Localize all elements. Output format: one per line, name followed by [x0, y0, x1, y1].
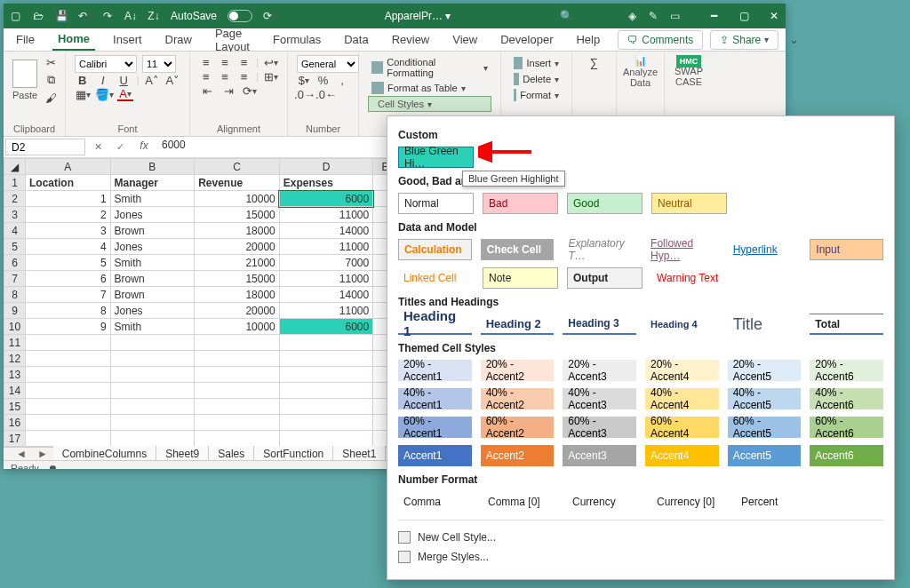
- row-header[interactable]: 9: [4, 303, 26, 319]
- cell[interactable]: 10000: [195, 191, 280, 207]
- style-followed-hyperlink[interactable]: Followed Hyp…: [645, 239, 719, 260]
- row-header[interactable]: 6: [4, 255, 26, 271]
- cell[interactable]: 7000: [279, 255, 372, 271]
- cell[interactable]: Jones: [110, 207, 195, 223]
- name-box[interactable]: [5, 139, 85, 155]
- style-accent1-20[interactable]: 20% - Accent1: [398, 360, 472, 381]
- style-heading-4[interactable]: Heading 4: [645, 314, 719, 335]
- wrap-text-icon[interactable]: ↩: [264, 55, 278, 69]
- style-accent2-100[interactable]: Accent2: [481, 445, 555, 466]
- style-input[interactable]: Input: [810, 239, 883, 260]
- cell[interactable]: Smith: [110, 319, 195, 335]
- borders-icon[interactable]: ▦: [75, 87, 91, 101]
- style-nf[interactable]: Percent: [736, 491, 811, 513]
- cell[interactable]: 6: [26, 271, 111, 287]
- cell[interactable]: 5: [26, 255, 111, 271]
- col-header-B[interactable]: B: [110, 159, 195, 175]
- tab-help[interactable]: Help: [571, 29, 605, 50]
- style-accent3-20[interactable]: 20% - Accent3: [563, 360, 636, 381]
- style-accent1-100[interactable]: Accent1: [398, 445, 472, 466]
- grow-font-icon[interactable]: A˄: [145, 73, 160, 87]
- cell[interactable]: Jones: [110, 239, 195, 255]
- analyze-data-button[interactable]: 📊Analyze Data: [623, 55, 658, 88]
- style-accent1-60[interactable]: 60% - Accent1: [398, 417, 472, 438]
- cell[interactable]: 15000: [195, 207, 280, 223]
- font-size-select[interactable]: 11: [142, 55, 176, 73]
- cancel-entry-icon[interactable]: ✕: [94, 141, 102, 153]
- style-title[interactable]: Title: [728, 314, 802, 335]
- style-accent3-100[interactable]: Accent3: [563, 445, 636, 466]
- header-cell[interactable]: Manager: [110, 175, 195, 191]
- row-header[interactable]: 5: [4, 239, 26, 255]
- cell[interactable]: 7: [26, 287, 111, 303]
- style-accent6-60[interactable]: 60% - Accent6: [810, 417, 883, 438]
- row-header[interactable]: 7: [4, 271, 26, 287]
- merge-icon[interactable]: ⊞: [264, 69, 278, 83]
- swap-case-button[interactable]: HMCSWAP CASE: [675, 55, 703, 87]
- header-cell[interactable]: Expenses: [279, 175, 372, 191]
- tab-insert[interactable]: Insert: [108, 29, 148, 50]
- cell[interactable]: 1: [26, 191, 111, 207]
- quickmode-icon[interactable]: ✎: [647, 10, 659, 22]
- ribbon-display-icon[interactable]: ▭: [668, 10, 681, 22]
- tab-developer[interactable]: Developer: [495, 29, 558, 50]
- accounting-icon[interactable]: $: [297, 73, 311, 87]
- cell[interactable]: 18000: [195, 287, 280, 303]
- tab-view[interactable]: View: [447, 29, 483, 50]
- cell[interactable]: 15000: [195, 271, 280, 287]
- search-icon[interactable]: 🔍: [560, 10, 572, 22]
- paste-button[interactable]: Paste: [12, 60, 37, 100]
- style-accent1-40[interactable]: 40% - Accent1: [398, 388, 472, 409]
- copy-icon[interactable]: ⧉: [43, 73, 59, 87]
- tab-home[interactable]: Home: [52, 28, 95, 51]
- row-header[interactable]: 17: [4, 431, 26, 447]
- filename[interactable]: ApparelPr… ▾: [385, 10, 451, 22]
- number-format-select[interactable]: General: [297, 55, 359, 73]
- cell[interactable]: 6000: [279, 319, 372, 335]
- refresh-icon[interactable]: ⟳: [263, 10, 275, 22]
- font-name-select[interactable]: Calibri: [75, 55, 137, 73]
- undo-icon[interactable]: ↶: [78, 10, 91, 22]
- maximize-button[interactable]: ▢: [738, 10, 750, 22]
- format-painter-icon[interactable]: 🖌: [43, 91, 59, 105]
- cell[interactable]: 8: [26, 303, 111, 319]
- cell[interactable]: 2: [26, 207, 111, 223]
- style-heading-1[interactable]: Heading 1: [398, 314, 472, 335]
- row-header[interactable]: 3: [4, 207, 26, 223]
- ribbon-collapse-icon[interactable]: ⌄: [786, 33, 802, 47]
- autosave-toggle[interactable]: [228, 10, 252, 22]
- cell-styles-button[interactable]: Cell Styles: [368, 96, 491, 112]
- row-header[interactable]: 2: [4, 191, 26, 207]
- style-good[interactable]: Good: [567, 193, 643, 214]
- style-accent5-100[interactable]: Accent5: [728, 445, 802, 466]
- style-heading-2[interactable]: Heading 2: [481, 314, 555, 335]
- style-normal[interactable]: Normal: [398, 193, 474, 214]
- style-accent2-40[interactable]: 40% - Accent2: [481, 388, 555, 409]
- comments-button[interactable]: 🗨 Comments: [618, 30, 703, 50]
- cell[interactable]: Brown: [110, 271, 195, 287]
- font-color-icon[interactable]: A: [117, 87, 133, 101]
- shrink-font-icon[interactable]: A˅: [165, 73, 180, 87]
- row-header[interactable]: 8: [4, 287, 26, 303]
- merge-styles-button[interactable]: Merge Styles...: [398, 547, 883, 567]
- format-as-table-button[interactable]: Format as Table: [368, 80, 491, 96]
- conditional-formatting-button[interactable]: Conditional Formatting: [368, 55, 491, 80]
- align-bottom-icon[interactable]: ≡: [237, 55, 251, 69]
- italic-button[interactable]: I: [95, 73, 110, 87]
- insert-cells-button[interactable]: Insert: [510, 55, 563, 71]
- row-header[interactable]: 15: [4, 399, 26, 415]
- fill-color-icon[interactable]: 🪣: [96, 87, 112, 101]
- cell[interactable]: 3: [26, 223, 111, 239]
- tab-formulas[interactable]: Formulas: [267, 29, 326, 50]
- style-accent2-20[interactable]: 20% - Accent2: [481, 360, 555, 381]
- align-center-icon[interactable]: ≡: [218, 69, 231, 83]
- style-accent5-60[interactable]: 60% - Accent5: [728, 417, 802, 438]
- col-header-D[interactable]: D: [279, 159, 372, 175]
- delete-cells-button[interactable]: Delete: [510, 71, 563, 87]
- cell[interactable]: 14000: [279, 223, 372, 239]
- row-header[interactable]: 13: [4, 367, 26, 383]
- row-header[interactable]: 12: [4, 351, 26, 367]
- style-accent6-100[interactable]: Accent6: [810, 445, 883, 466]
- style-accent2-60[interactable]: 60% - Accent2: [481, 417, 555, 438]
- dec-decimal-icon[interactable]: .0←: [318, 87, 334, 101]
